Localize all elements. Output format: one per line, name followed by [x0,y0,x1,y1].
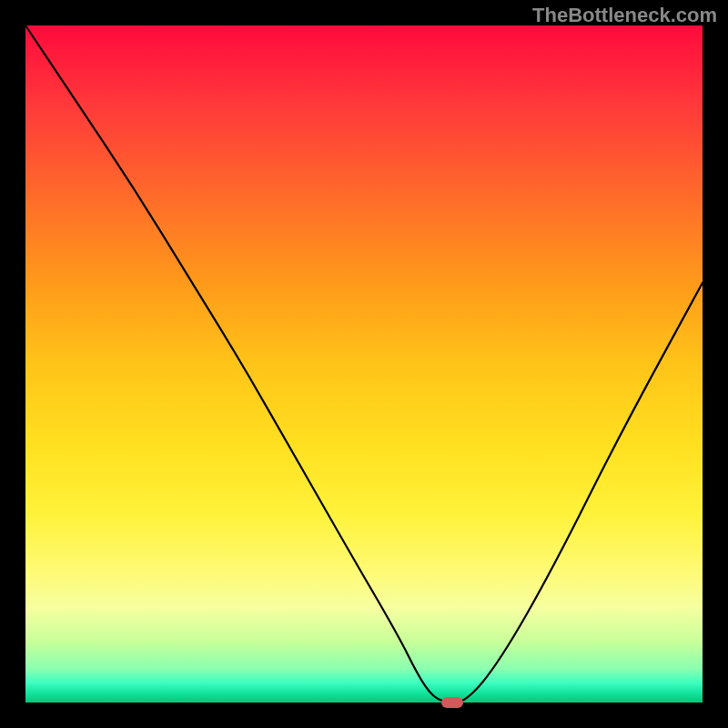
watermark-label: TheBottleneck.com [532,4,717,27]
bottleneck-curve [25,25,703,703]
chart-container: TheBottleneck.com [0,0,728,728]
plot-area [25,25,703,703]
optimal-marker [441,697,463,708]
